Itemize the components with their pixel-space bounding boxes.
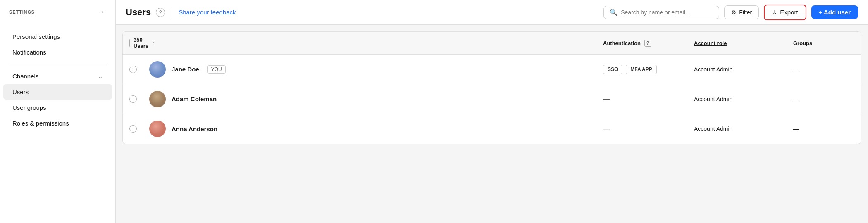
auth-cell-adam: — — [596, 95, 687, 103]
sidebar-item-user-groups[interactable]: User groups — [3, 100, 112, 115]
filter-button[interactable]: ⚙ Filter — [724, 5, 759, 19]
sidebar-item-channels[interactable]: Channels ⌄ — [3, 69, 112, 84]
chevron-down-icon: ⌄ — [98, 73, 103, 80]
sidebar-header: SETTINGS ← — [0, 0, 115, 24]
user-name: Jane Doe — [172, 66, 199, 73]
sidebar-item-personal-settings[interactable]: Personal settings — [3, 29, 112, 44]
search-box: 🔍 — [603, 6, 719, 19]
sidebar-item-label: Channels — [12, 73, 98, 80]
row-checkbox-anna[interactable] — [123, 125, 143, 133]
row-select-circle[interactable] — [129, 95, 137, 103]
account-role-column-label: Account role — [694, 40, 727, 46]
add-user-button[interactable]: + Add user — [811, 5, 858, 19]
auth-badge-sso: SSO — [603, 65, 622, 74]
select-all-checkbox[interactable] — [129, 39, 130, 47]
table-row: Jane Doe YOU SSO MFA APP Account Admin — — [123, 55, 861, 84]
groups-cell-adam: — — [787, 96, 861, 102]
filter-label: Filter — [739, 9, 752, 16]
row-select-circle[interactable] — [129, 125, 137, 133]
sidebar-item-label: Personal settings — [12, 33, 103, 40]
users-table: 350 Users ↑ Authentication ? Account rol… — [122, 31, 861, 144]
topbar-divider — [172, 7, 172, 17]
th-groups: Groups — [787, 40, 861, 46]
role-cell-anna: Account Admin — [687, 126, 787, 132]
th-account-role[interactable]: Account role — [687, 40, 787, 46]
role-cell-jane: Account Admin — [687, 66, 787, 73]
export-button[interactable]: ⇩ Export — [764, 5, 806, 20]
row-checkbox-jane[interactable] — [123, 66, 143, 73]
auth-dash: — — [603, 95, 610, 103]
export-icon: ⇩ — [772, 9, 777, 16]
topbar: Users ? Share your feedback 🔍 ⚙ Filter ⇩… — [116, 0, 868, 25]
avatar — [149, 61, 166, 78]
main-content: Users ? Share your feedback 🔍 ⚙ Filter ⇩… — [116, 0, 868, 223]
user-name: Adam Coleman — [172, 95, 217, 102]
page-title: Users — [126, 7, 151, 18]
user-cell-jane: Jane Doe YOU — [143, 61, 596, 78]
sidebar-title: SETTINGS — [9, 9, 35, 14]
sidebar-collapse-button[interactable]: ← — [100, 7, 107, 16]
groups-column-label: Groups — [793, 40, 812, 46]
table-area: 350 Users ↑ Authentication ? Account rol… — [116, 25, 868, 223]
sidebar-divider — [8, 64, 107, 64]
auth-cell-jane: SSO MFA APP — [596, 65, 687, 74]
search-input[interactable] — [621, 9, 713, 16]
sidebar-item-roles-permissions[interactable]: Roles & permissions — [3, 116, 112, 131]
table-row: Adam Coleman — Account Admin — — [123, 84, 861, 114]
sidebar-item-users[interactable]: Users — [3, 84, 112, 100]
add-user-label: + Add user — [819, 9, 851, 16]
th-authentication: Authentication ? — [596, 40, 687, 47]
table-row: Anna Anderson — Account Admin — — [123, 114, 861, 144]
user-badge-you: YOU — [207, 65, 226, 74]
avatar — [149, 121, 166, 137]
role-cell-adam: Account Admin — [687, 96, 787, 102]
authentication-help-icon[interactable]: ? — [644, 40, 651, 47]
user-name: Anna Anderson — [172, 126, 217, 133]
sidebar-item-label: Notifications — [12, 49, 103, 56]
table-header-row: 350 Users ↑ Authentication ? Account rol… — [123, 32, 861, 55]
sidebar-item-label: Users — [12, 88, 103, 95]
sidebar-nav: Personal settings Notifications Channels… — [0, 24, 115, 223]
authentication-column-label: Authentication — [603, 40, 641, 46]
sidebar: SETTINGS ← Personal settings Notificatio… — [0, 0, 116, 223]
search-icon: 🔍 — [610, 9, 618, 16]
row-checkbox-adam[interactable] — [123, 95, 143, 103]
sidebar-item-label: Roles & permissions — [12, 120, 103, 127]
groups-cell-anna: — — [787, 126, 861, 132]
sidebar-item-label: User groups — [12, 104, 103, 111]
user-cell-anna: Anna Anderson — [143, 121, 596, 137]
filter-icon: ⚙ — [731, 9, 737, 16]
sort-ascending-icon[interactable]: ↑ — [152, 40, 154, 46]
groups-cell-jane: — — [787, 66, 861, 73]
row-select-circle[interactable] — [129, 66, 137, 73]
user-count-header: 350 Users ↑ — [123, 37, 143, 49]
collapse-icon: ← — [100, 7, 107, 16]
feedback-link[interactable]: Share your feedback — [179, 9, 236, 16]
sidebar-item-notifications[interactable]: Notifications — [3, 45, 112, 60]
user-cell-adam: Adam Coleman — [143, 91, 596, 107]
auth-cell-anna: — — [596, 125, 687, 133]
auth-dash: — — [603, 125, 610, 133]
avatar — [149, 91, 166, 107]
user-count-label: 350 Users — [134, 37, 148, 49]
help-icon[interactable]: ? — [156, 8, 165, 17]
auth-badge-mfa: MFA APP — [626, 65, 656, 74]
export-label: Export — [780, 9, 798, 16]
